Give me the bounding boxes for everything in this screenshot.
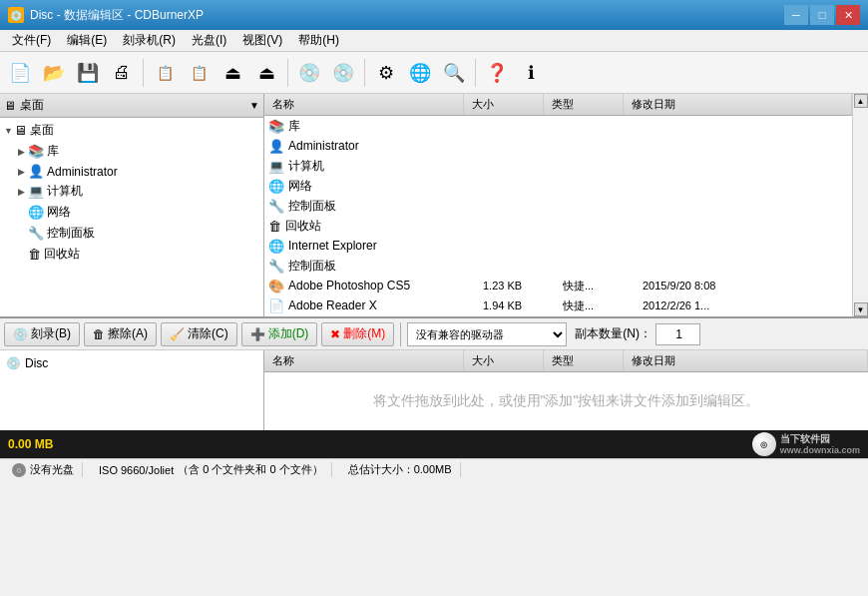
toolbar-eject2[interactable]: ⏏ xyxy=(250,57,282,89)
burn-button[interactable]: 💿 刻录(B) xyxy=(4,322,80,346)
delete-icon: ✖ xyxy=(330,327,340,341)
toolbar: 📄 📂 💾 🖨 📋 📋 ⏏ ⏏ 💿 💿 ⚙ 🌐 🔍 ❓ ℹ xyxy=(0,52,868,94)
file-row-date: 2015/9/20 8:08 xyxy=(643,280,852,292)
file-row-icon: 🔧 xyxy=(268,199,284,214)
toolbar-globe[interactable]: 🌐 xyxy=(404,57,436,89)
file-row[interactable]: 🗑 回收站 xyxy=(264,216,852,236)
col-header-date[interactable]: 修改日期 xyxy=(624,94,852,115)
file-row-icon: 📄 xyxy=(268,298,284,313)
copies-input[interactable] xyxy=(655,323,700,345)
file-row-icon: 📚 xyxy=(268,119,284,134)
file-row[interactable]: 👤 Administrator xyxy=(264,136,852,156)
tree-item-admin[interactable]: ▶ 👤 Administrator xyxy=(2,162,261,181)
file-row[interactable]: 📄 Adobe Reader X 1.94 KB 快捷... 2012/2/26… xyxy=(264,296,852,315)
file-row-type: 快捷... xyxy=(563,298,643,313)
tree-item-library[interactable]: ▶ 📚 库 xyxy=(2,141,261,162)
file-row[interactable]: 🌐 网络 xyxy=(264,176,852,196)
scroll-down-btn[interactable]: ▼ xyxy=(854,302,868,316)
logo-area: ◎ 当下软件园 www.downxia.com xyxy=(752,432,860,457)
tree-item-computer[interactable]: ▶ 💻 计算机 xyxy=(2,181,261,202)
disc-file-panel: 名称 大小 类型 修改日期 将文件拖放到此处，或使用"添加"按钮来讲文件添加到编… xyxy=(264,350,868,430)
toolbar-copy1[interactable]: 📋 xyxy=(149,57,181,89)
logo-circle: ◎ xyxy=(752,432,776,456)
menu-edit[interactable]: 编辑(E) xyxy=(59,30,115,51)
menu-help[interactable]: 帮助(H) xyxy=(290,30,347,51)
admin-icon: 👤 xyxy=(28,164,44,179)
disc-col-name[interactable]: 名称 xyxy=(264,350,464,371)
toolbar-open[interactable]: 📂 xyxy=(38,57,70,89)
add-button[interactable]: ➕ 添加(D) xyxy=(241,322,318,346)
action-bar: 💿 刻录(B) 🗑 擦除(A) 🧹 清除(C) ➕ 添加(D) ✖ 删除(M) … xyxy=(0,318,868,350)
window-title: Disc - 数据编辑区 - CDBurnerXP xyxy=(30,7,784,24)
top-pane: 🖥 桌面 ▼ ▼ 🖥 桌面 ▶ 📚 库 ▶ 👤 Administrator xyxy=(0,94,868,318)
toolbar-settings[interactable]: ⚙ xyxy=(370,57,402,89)
delete-button[interactable]: ✖ 删除(M) xyxy=(321,322,394,346)
toolbar-new[interactable]: 📄 xyxy=(4,57,36,89)
file-row[interactable]: 🎨 Adobe Photoshop CS5 1.23 KB 快捷... 2015… xyxy=(264,276,852,296)
file-row-name: 控制面板 xyxy=(288,258,483,275)
toolbar-burn1[interactable]: 💿 xyxy=(293,57,325,89)
computer-icon: 💻 xyxy=(28,184,44,199)
maximize-button[interactable]: □ xyxy=(810,5,834,25)
file-row[interactable]: 📚 库 xyxy=(264,116,852,136)
minimize-button[interactable]: ─ xyxy=(784,5,808,25)
expand-arrow-library: ▶ xyxy=(18,147,28,157)
col-header-name[interactable]: 名称 xyxy=(264,94,464,115)
toolbar-search[interactable]: 🔍 xyxy=(438,57,470,89)
menu-view[interactable]: 视图(V) xyxy=(234,30,290,51)
toolbar-help[interactable]: ❓ xyxy=(481,57,513,89)
file-row-type: 快捷... xyxy=(563,279,643,294)
file-row[interactable]: 💻 计算机 xyxy=(264,156,852,176)
col-header-type[interactable]: 类型 xyxy=(544,94,624,115)
logo-text: 当下软件园 xyxy=(780,432,860,445)
toolbar-eject1[interactable]: ⏏ xyxy=(217,57,248,89)
file-row[interactable]: 🎵 AIMP 865 字节 快捷... 2016/3/16 1... xyxy=(264,315,852,316)
toolbar-save[interactable]: 💾 xyxy=(72,57,104,89)
disc-tree-item[interactable]: 💿 Disc xyxy=(4,354,259,372)
tree-item-controlpanel[interactable]: 🔧 控制面板 xyxy=(2,223,261,244)
erase-icon: 🗑 xyxy=(93,327,105,341)
disc-col-date[interactable]: 修改日期 xyxy=(624,350,868,371)
toolbar-copy2[interactable]: 📋 xyxy=(183,57,215,89)
file-row[interactable]: 🔧 控制面板 xyxy=(264,256,852,276)
file-row[interactable]: 🌐 Internet Explorer xyxy=(264,236,852,256)
dropdown-arrow-icon: ▼ xyxy=(249,100,259,111)
disc-col-type[interactable]: 类型 xyxy=(544,350,624,371)
tree-item-desktop[interactable]: ▼ 🖥 桌面 xyxy=(2,120,261,141)
menu-bar: 文件(F) 编辑(E) 刻录机(R) 光盘(I) 视图(V) 帮助(H) xyxy=(0,30,868,52)
controlpanel-icon: 🔧 xyxy=(28,226,44,241)
clear-button[interactable]: 🧹 清除(C) xyxy=(161,322,237,346)
window-controls: ─ □ ✕ xyxy=(784,5,860,25)
file-row-size: 1.94 KB xyxy=(483,299,563,311)
erase-button[interactable]: 🗑 擦除(A) xyxy=(84,322,157,346)
tree-item-network[interactable]: 🌐 网络 xyxy=(2,202,261,223)
tree-header[interactable]: 🖥 桌面 ▼ xyxy=(0,94,263,118)
menu-disc[interactable]: 光盘(I) xyxy=(184,30,234,51)
toolbar-print[interactable]: 🖨 xyxy=(106,57,138,89)
toolbar-info[interactable]: ℹ xyxy=(515,57,547,89)
tree-item-recycle[interactable]: 🗑 回收站 xyxy=(2,244,261,265)
disc-status-item: ○ 没有光盘 xyxy=(4,462,83,477)
file-row-name: Internet Explorer xyxy=(288,239,483,253)
file-row-name: Administrator xyxy=(288,139,483,153)
recycle-icon: 🗑 xyxy=(28,247,41,262)
col-header-size[interactable]: 大小 xyxy=(464,94,544,115)
total-text: 总估计大小：0.00MB xyxy=(348,462,452,477)
menu-burner[interactable]: 刻录机(R) xyxy=(115,30,184,51)
close-button[interactable]: ✕ xyxy=(836,5,860,25)
tree-panel: 🖥 桌面 ▼ ▼ 🖥 桌面 ▶ 📚 库 ▶ 👤 Administrator xyxy=(0,94,264,316)
bottom-pane: 💿 Disc 名称 大小 类型 修改日期 将文件拖放到此处，或使用"添加"按钮来… xyxy=(0,350,868,430)
disc-drop-area[interactable]: 将文件拖放到此处，或使用"添加"按钮来讲文件添加到编辑区。 xyxy=(264,372,868,430)
disc-col-size[interactable]: 大小 xyxy=(464,350,544,371)
disc-file-header: 名称 大小 类型 修改日期 xyxy=(264,350,868,372)
toolbar-separator-4 xyxy=(475,59,476,87)
driver-select[interactable]: 没有兼容的驱动器 xyxy=(407,322,567,346)
logo-sub: www.downxia.com xyxy=(780,445,860,457)
menu-file[interactable]: 文件(F) xyxy=(4,30,59,51)
toolbar-burn2[interactable]: 💿 xyxy=(327,57,359,89)
file-row[interactable]: 🔧 控制面板 xyxy=(264,196,852,216)
scrollbar-top[interactable]: ▲ ▼ xyxy=(852,94,868,316)
file-row-name: 库 xyxy=(288,118,483,135)
scroll-up-btn[interactable]: ▲ xyxy=(854,94,868,108)
file-row-icon: 🌐 xyxy=(268,239,284,254)
